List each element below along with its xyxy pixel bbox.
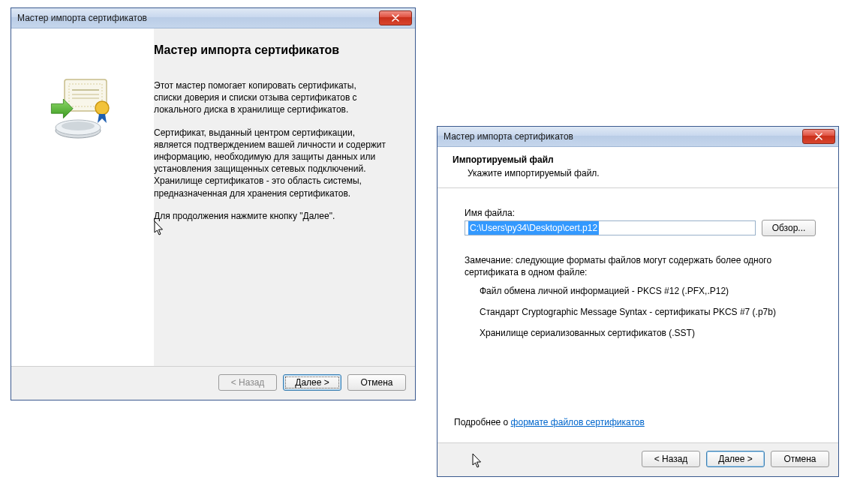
filename-row: C:\Users\py34\Desktop\cert.p12 Обзор... [465, 220, 816, 236]
button-row: < Назад Далее > Отмена [11, 367, 415, 400]
wizard-page-header: Импортируемый файл Укажите импортируемый… [438, 147, 838, 188]
close-icon [392, 14, 399, 22]
close-button[interactable] [802, 129, 835, 144]
next-button[interactable]: Далее > [283, 374, 341, 391]
titlebar[interactable]: Мастер импорта сертификатов [11, 8, 415, 28]
page-content: Имя файла: C:\Users\py34\Desktop\cert.p1… [438, 188, 838, 443]
cancel-button[interactable]: Отмена [347, 374, 406, 391]
intro-text-panel: Мастер импорта сертификатов Этот мастер … [154, 28, 415, 366]
svg-point-8 [62, 122, 95, 130]
wizard-body: Импортируемый файл Укажите импортируемый… [438, 147, 838, 476]
filename-label: Имя файла: [465, 208, 816, 218]
browse-button[interactable]: Обзор... [762, 220, 816, 236]
formats-note: Замечание: следующие форматы файлов могу… [465, 254, 816, 278]
filename-input[interactable]: C:\Users\py34\Desktop\cert.p12 [465, 220, 756, 236]
page-heading: Импортируемый файл [453, 154, 823, 165]
back-button[interactable]: < Назад [642, 451, 700, 467]
cancel-button[interactable]: Отмена [771, 451, 829, 467]
titlebar[interactable]: Мастер импорта сертификатов [438, 127, 838, 147]
wizard-body: Мастер импорта сертификатов Этот мастер … [11, 28, 415, 400]
intro-paragraph-2: Сертификат, выданный центром сертификаци… [154, 127, 386, 200]
close-button[interactable] [379, 10, 412, 26]
back-button: < Назад [218, 374, 277, 391]
certificate-wizard-icon [48, 74, 117, 142]
wizard-window-file: Мастер импорта сертификатов Импортируемы… [437, 126, 839, 477]
close-icon [815, 133, 822, 140]
wizard-heading: Мастер импорта сертификатов [154, 44, 400, 57]
wizard-window-intro: Мастер импорта сертификатов [11, 8, 416, 400]
intro-content: Мастер импорта сертификатов Этот мастер … [11, 28, 415, 366]
window-title: Мастер импорта сертификатов [17, 13, 379, 23]
intro-paragraph-3: Для продолжения нажмите кнопку "Далее". [154, 210, 386, 222]
next-button[interactable]: Далее > [706, 451, 765, 467]
svg-point-5 [95, 101, 109, 115]
intro-paragraph-1: Этот мастер помогает копировать сертифик… [154, 80, 386, 116]
window-title: Мастер импорта сертификатов [444, 131, 802, 142]
filename-value: C:\Users\py34\Desktop\cert.p12 [468, 221, 599, 235]
format-item-pkcs12: Файл обмена личной информацией - PKCS #1… [465, 286, 816, 296]
more-info: Подробнее о формате файлов сертификатов [454, 417, 645, 428]
more-info-link[interactable]: формате файлов сертификатов [511, 417, 645, 428]
format-item-sst: Хранилище сериализованных сертификатов (… [465, 328, 816, 338]
page-subheading: Укажите импортируемый файл. [453, 168, 823, 178]
format-item-pkcs7: Стандарт Cryptographic Message Syntax - … [465, 307, 816, 317]
button-row: < Назад Далее > Отмена [438, 443, 838, 476]
intro-graphic-panel [11, 28, 154, 366]
more-info-prefix: Подробнее о [454, 417, 511, 428]
